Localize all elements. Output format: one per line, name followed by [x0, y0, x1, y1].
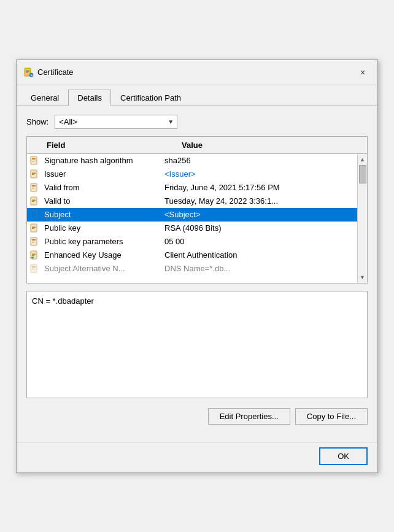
svg-rect-31 — [32, 239, 36, 240]
row-icon-1 — [27, 169, 42, 179]
tab-content: Show: <All> Version 1 Fields Only Extens… — [17, 106, 377, 442]
ok-button[interactable]: OK — [319, 447, 368, 465]
field-value-3: Tuesday, May 24, 2022 3:36:1... — [162, 195, 357, 207]
svg-rect-29 — [32, 228, 34, 229]
svg-rect-40 — [32, 266, 36, 267]
show-select-wrapper[interactable]: <All> Version 1 Fields Only Extensions O… — [55, 115, 177, 129]
row-icon-2 — [27, 183, 42, 193]
svg-rect-33 — [32, 242, 34, 242]
svg-rect-14 — [31, 183, 37, 191]
certificate-dialog: ★ Certificate × General Details Certific… — [16, 60, 378, 473]
field-value-7: Client Authentication — [162, 249, 357, 261]
field-value-4: <Subject> — [162, 209, 357, 220]
ok-row: OK — [17, 442, 377, 472]
field-name-7: Enhanced Key Usage — [42, 249, 162, 261]
svg-rect-9 — [32, 161, 34, 161]
fields-list-container: Field Value — [26, 136, 368, 283]
field-name-2: Valid from — [42, 182, 162, 193]
list-item[interactable]: Public key parameters 05 00 — [27, 235, 357, 249]
scrollbar[interactable]: ▲ ▼ — [357, 154, 367, 283]
list-item[interactable]: Subject <Subject> — [27, 208, 357, 222]
scroll-up-arrow[interactable]: ▲ — [360, 155, 365, 164]
field-name-8: Subject Alternative N... — [42, 263, 162, 274]
edit-properties-button[interactable]: Edit Properties... — [208, 408, 290, 425]
field-name-0: Signature hash algorithm — [42, 155, 162, 166]
list-item[interactable]: Valid to Tuesday, May 24, 2022 3:36:1... — [27, 195, 357, 208]
row-icon-3 — [27, 196, 42, 206]
title-bar: ★ Certificate × — [17, 60, 377, 85]
svg-rect-8 — [32, 160, 36, 160]
show-row: Show: <All> Version 1 Fields Only Extens… — [26, 115, 368, 129]
svg-rect-17 — [32, 188, 34, 188]
row-icon-0 — [27, 156, 42, 166]
field-value-0: sha256 — [162, 155, 357, 166]
field-name-5: Public key — [42, 222, 162, 234]
detail-text-box: CN = *.dbadapter — [26, 291, 368, 398]
svg-rect-35 — [32, 253, 36, 253]
svg-rect-11 — [32, 172, 36, 172]
list-item[interactable]: Enhanced Key Usage Client Authentication — [27, 249, 357, 262]
svg-rect-18 — [31, 197, 37, 205]
tab-bar: General Details Certification Path — [17, 85, 377, 106]
field-name-1: Issuer — [42, 168, 162, 180]
scroll-thumb[interactable] — [359, 165, 366, 183]
svg-rect-27 — [32, 226, 36, 226]
svg-rect-21 — [32, 201, 34, 202]
list-item[interactable]: Subject Alternative N... DNS Name=*.db..… — [27, 262, 357, 276]
copy-to-file-button[interactable]: Copy to File... — [295, 408, 368, 425]
fields-list-body: Signature hash algorithm sha256 — [27, 154, 357, 283]
svg-rect-37 — [32, 255, 34, 256]
row-icon-4 — [27, 210, 42, 220]
svg-rect-7 — [32, 158, 36, 159]
svg-rect-26 — [31, 224, 37, 232]
svg-rect-42 — [32, 269, 34, 269]
svg-rect-3 — [26, 72, 28, 73]
field-value-6: 05 00 — [162, 236, 357, 247]
row-icon-5 — [27, 223, 42, 233]
svg-rect-36 — [32, 254, 36, 255]
svg-rect-23 — [32, 212, 36, 213]
field-value-2: Friday, June 4, 2021 5:17:56 PM — [162, 182, 357, 193]
svg-rect-41 — [32, 268, 36, 268]
svg-rect-15 — [32, 185, 36, 186]
svg-rect-13 — [32, 174, 34, 175]
svg-rect-22 — [31, 210, 37, 218]
field-name-3: Valid to — [42, 195, 162, 207]
show-label: Show: — [26, 117, 48, 126]
field-column-header: Field — [42, 139, 177, 151]
list-item[interactable]: Valid from Friday, June 4, 2021 5:17:56 … — [27, 181, 357, 195]
svg-text:★: ★ — [31, 74, 33, 77]
svg-rect-10 — [31, 170, 37, 178]
list-item[interactable]: Public key RSA (4096 Bits) — [27, 222, 357, 235]
svg-rect-12 — [32, 173, 36, 174]
row-icon-6 — [27, 237, 42, 247]
svg-rect-28 — [32, 227, 36, 228]
svg-rect-1 — [26, 70, 29, 71]
row-icon-7 — [27, 250, 42, 260]
show-select[interactable]: <All> Version 1 Fields Only Extensions O… — [55, 115, 177, 129]
close-button[interactable]: × — [355, 65, 370, 80]
scroll-down-arrow[interactable]: ▼ — [360, 273, 365, 282]
tab-general[interactable]: General — [21, 90, 68, 106]
field-value-8: DNS Name=*.db... — [162, 263, 357, 274]
certificate-icon: ★ — [24, 67, 34, 77]
action-buttons: Edit Properties... Copy to File... — [26, 408, 368, 425]
dialog-title: Certificate — [37, 67, 74, 77]
field-name-4: Subject — [42, 209, 162, 220]
field-value-1: <Issuer> — [162, 168, 357, 180]
tab-certification-path[interactable]: Certification Path — [111, 90, 190, 106]
svg-rect-6 — [31, 156, 37, 164]
list-item[interactable]: Signature hash algorithm sha256 — [27, 154, 357, 168]
svg-rect-30 — [31, 237, 37, 245]
svg-rect-20 — [32, 200, 36, 201]
svg-rect-25 — [32, 215, 34, 215]
svg-rect-32 — [32, 241, 36, 241]
svg-rect-19 — [32, 199, 36, 199]
value-column-header: Value — [177, 139, 357, 151]
row-icon-8 — [27, 264, 42, 274]
list-item[interactable]: Issuer <Issuer> — [27, 168, 357, 181]
tab-details[interactable]: Details — [68, 90, 111, 106]
svg-rect-2 — [26, 71, 29, 72]
field-name-6: Public key parameters — [42, 236, 162, 247]
svg-rect-16 — [32, 187, 36, 187]
